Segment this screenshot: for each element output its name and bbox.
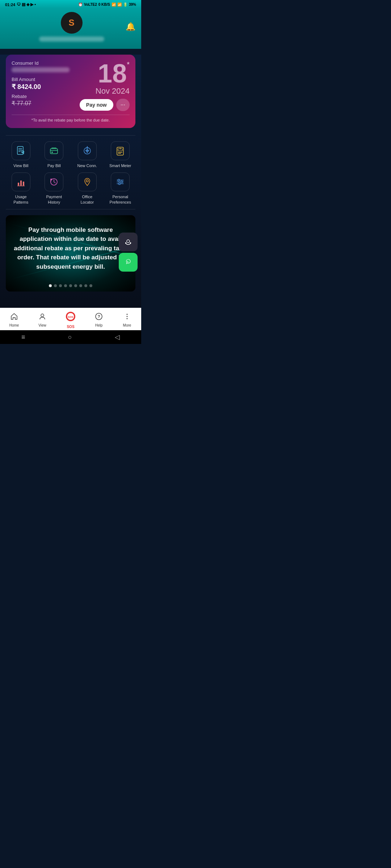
battery-icon: 🔋 <box>123 3 127 7</box>
home-icon <box>10 312 18 323</box>
action-office-locator[interactable]: OfficeLocator <box>72 173 102 205</box>
volte-icon: VoLTE2 <box>84 3 97 7</box>
dot-4 <box>64 284 67 287</box>
headset-fab[interactable] <box>119 233 138 251</box>
banner: Pay through mobile software application … <box>6 215 135 292</box>
personal-prefs-label: PersonalPreferences <box>110 194 131 205</box>
avatar[interactable]: S <box>61 12 83 34</box>
svg-point-30 <box>41 314 44 317</box>
nav-home[interactable]: Home <box>0 312 28 327</box>
svg-rect-14 <box>20 180 22 186</box>
view-bill-label: View Bill <box>13 163 28 168</box>
bill-amount-label: Bill Amount <box>12 77 80 82</box>
pay-bill-label: Pay Bill <box>47 163 61 168</box>
more-icon <box>123 312 131 323</box>
rebate-notice: *To avail the rebate pay before the due … <box>12 115 130 122</box>
nav-more[interactable]: More <box>113 312 141 327</box>
bill-more-button[interactable]: ··· <box>116 99 130 111</box>
usage-patterns-label: UsagePatterns <box>13 194 28 205</box>
office-locator-icon <box>78 173 97 191</box>
bottom-nav: Home View SOS SOS ? Help <box>0 308 141 330</box>
bill-amount-value: ₹ 8424.00 <box>12 83 80 91</box>
new-conn-label: New Conn. <box>77 163 97 168</box>
action-personal-prefs[interactable]: PersonalPreferences <box>105 173 136 205</box>
quick-actions-row2: UsagePatterns PaymentHistory OfficeLoc <box>6 173 135 205</box>
bill-card-actions: Pay now ··· <box>80 99 130 111</box>
dot-8 <box>84 284 87 287</box>
banner-text: Pay through mobile software application … <box>6 215 135 282</box>
alarm-icon: ⏰ <box>78 3 83 7</box>
status-time: 01:24 <box>5 3 15 7</box>
dot-7 <box>79 284 82 287</box>
bill-card: Consumer Id Bill Amount ₹ 8424.00 Rebate… <box>6 55 135 128</box>
action-view-bill[interactable]: View Bill <box>6 141 36 168</box>
dot-3 <box>59 284 62 287</box>
username-blur <box>39 37 104 42</box>
payment-history-label: PaymentHistory <box>46 194 62 205</box>
nav-home-label: Home <box>9 323 19 327</box>
battery-percent: 39% <box>129 3 136 7</box>
data-speed: 0 KB/S <box>98 3 110 7</box>
svg-point-24 <box>119 183 121 185</box>
svg-rect-0 <box>17 146 23 154</box>
svg-rect-27 <box>125 242 126 244</box>
consumer-id-label: Consumer Id <box>12 60 80 66</box>
svg-rect-5 <box>50 149 58 154</box>
payment-history-icon <box>45 173 63 191</box>
svg-point-6 <box>51 152 53 153</box>
dot-2 <box>54 284 57 287</box>
help-icon: ? <box>95 312 103 323</box>
nav-view-label: View <box>38 323 46 327</box>
svg-rect-13 <box>18 183 19 186</box>
android-nav: ≡ ○ ◁ <box>0 330 141 344</box>
svg-text:?: ? <box>98 314 100 319</box>
divider-1 <box>6 135 135 136</box>
quick-actions-row1: View Bill Pay Bill <box>6 141 135 168</box>
action-payment-history[interactable]: PaymentHistory <box>39 173 70 205</box>
svg-rect-15 <box>23 182 24 186</box>
android-home-btn[interactable]: ○ <box>68 333 72 341</box>
svg-point-37 <box>127 316 128 317</box>
rebate-amount: ₹ 77.07 <box>12 100 80 107</box>
bill-card-right: 18 * Nov 2024 Pay now ··· <box>80 60 130 111</box>
smart-meter-icon <box>111 141 130 160</box>
svg-point-23 <box>121 181 123 183</box>
pay-bill-icon <box>45 141 63 160</box>
android-back-btn[interactable]: ◁ <box>115 333 120 341</box>
action-new-conn[interactable]: New Conn. <box>72 141 102 168</box>
action-usage-patterns[interactable]: UsagePatterns <box>6 173 36 205</box>
smart-meter-label: Smart Meter <box>109 163 131 168</box>
svg-text:SOS: SOS <box>68 316 73 318</box>
dot-6 <box>74 284 77 287</box>
header: S 🔔 <box>0 8 141 49</box>
signal-icon: 📶 <box>117 3 122 7</box>
usage-patterns-icon <box>12 173 30 191</box>
svg-point-36 <box>127 314 128 315</box>
android-menu-btn[interactable]: ≡ <box>21 333 25 341</box>
sos-icon: SOS <box>65 311 76 324</box>
svg-rect-28 <box>130 242 131 244</box>
nav-view[interactable]: View <box>28 312 56 327</box>
bill-day: 18 <box>98 60 127 86</box>
bill-month: Nov 2024 <box>80 86 130 96</box>
new-conn-icon <box>78 141 97 160</box>
action-pay-bill[interactable]: Pay Bill <box>39 141 70 168</box>
office-locator-label: OfficeLocator <box>80 194 94 205</box>
bill-card-top: Consumer Id Bill Amount ₹ 8424.00 Rebate… <box>12 60 130 111</box>
nav-sos[interactable]: SOS SOS <box>56 311 85 329</box>
consumer-id-value <box>12 67 70 72</box>
view-bill-icon <box>12 141 30 160</box>
status-bar: 01:24 🗨 ▤ ◈ ▶ • ⏰ VoLTE2 0 KB/S 📶 📶 🔋 39… <box>0 0 141 8</box>
action-smart-meter[interactable]: Smart Meter <box>105 141 136 168</box>
header-center: S <box>17 12 126 42</box>
nav-help-label: Help <box>95 323 103 327</box>
nav-help[interactable]: ? Help <box>85 312 113 327</box>
wifi-icon: 📶 <box>112 3 116 7</box>
notification-bell[interactable]: 🔔 <box>126 22 135 31</box>
rebate-label: Rebate <box>12 94 80 99</box>
whatsapp-fab[interactable] <box>119 253 138 272</box>
bill-asterisk: * <box>127 60 130 69</box>
fab-container <box>119 233 138 272</box>
pay-now-button[interactable]: Pay now <box>80 99 113 111</box>
dot-1 <box>49 284 52 287</box>
